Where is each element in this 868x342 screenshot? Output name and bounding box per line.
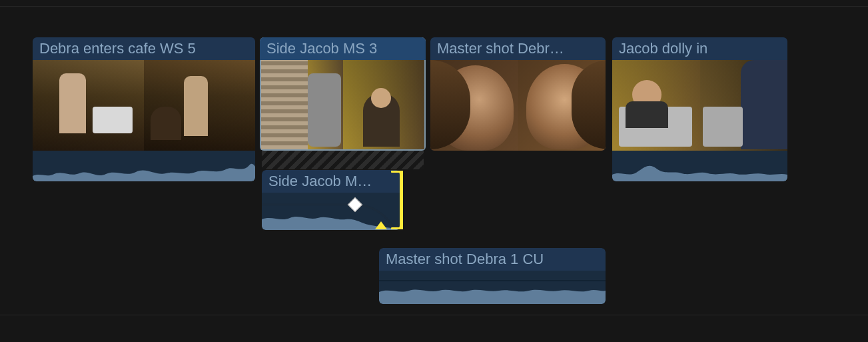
- frame-thumbnail: [518, 60, 606, 151]
- clip-audio-waveform[interactable]: [33, 151, 255, 181]
- waveform-icon: [379, 271, 606, 304]
- clip-title: Jacob dolly in: [612, 37, 787, 60]
- clip-filmstrip[interactable]: [260, 60, 426, 151]
- video-clip[interactable]: Master shot Debr…: [430, 37, 606, 151]
- frame-thumbnail: [612, 60, 700, 151]
- video-clip[interactable]: Debra enters cafe WS 5: [33, 37, 255, 181]
- video-clip-selected[interactable]: Side Jacob MS 3: [260, 37, 426, 151]
- divider: [0, 315, 868, 315]
- clip-title: Master shot Debr…: [430, 37, 606, 60]
- clip-audio-waveform[interactable]: [379, 271, 606, 304]
- frame-thumbnail: [144, 60, 255, 151]
- clip-title: Side Jacob M…: [262, 170, 400, 193]
- clip-audio-waveform[interactable]: [612, 151, 787, 181]
- volume-line[interactable]: [379, 280, 606, 281]
- frame-thumbnail: [261, 60, 343, 149]
- waveform-icon: [612, 151, 787, 181]
- video-clip[interactable]: Jacob dolly in: [612, 37, 787, 181]
- fade-triangle-icon[interactable]: [375, 221, 387, 229]
- frame-thumbnail: [33, 60, 144, 151]
- clip-filmstrip[interactable]: [612, 60, 787, 151]
- connected-audio-clip[interactable]: Master shot Debra 1 CU: [379, 248, 606, 304]
- timeline[interactable]: Debra enters cafe WS 5 Side Jacob M: [0, 0, 868, 342]
- divider: [0, 6, 868, 7]
- transition-gap: [262, 151, 424, 169]
- frame-thumbnail: [343, 60, 425, 149]
- clip-title: Master shot Debra 1 CU: [379, 248, 606, 271]
- frame-thumbnail: [700, 60, 788, 151]
- clip-title: Debra enters cafe WS 5: [33, 37, 255, 60]
- waveform-icon: [33, 151, 255, 181]
- clip-filmstrip[interactable]: [33, 60, 255, 151]
- clip-filmstrip[interactable]: [430, 60, 606, 151]
- frame-thumbnail: [430, 60, 518, 151]
- clip-title: Side Jacob MS 3: [260, 37, 426, 60]
